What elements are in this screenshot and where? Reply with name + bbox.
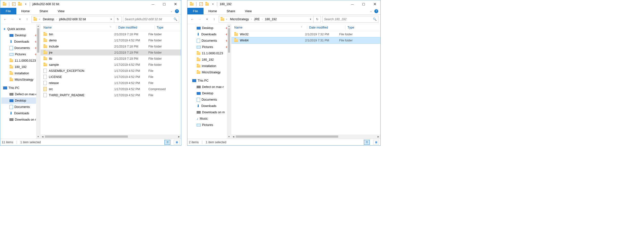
- column-headers[interactable]: Name⌃ Date modified Type: [231, 24, 380, 31]
- nav-pictures[interactable]: Pictures📌: [188, 44, 230, 50]
- minimize-button[interactable]: —: [148, 0, 158, 7]
- col-type[interactable]: Type: [348, 26, 372, 29]
- address-bar[interactable]: « Desktop › jdk8u202-b08 32 bit ▾ ↻: [32, 16, 122, 23]
- back-button[interactable]: ←: [189, 16, 195, 22]
- home-tab[interactable]: Home: [204, 8, 222, 14]
- nav-pc-downloads[interactable]: ⬇Downloads: [1, 110, 39, 117]
- scroll-up-icon[interactable]: ▲: [36, 24, 40, 28]
- this-pc-header[interactable]: This PC: [1, 85, 39, 91]
- qat-properties-icon[interactable]: ✓: [11, 1, 16, 7]
- nav-pc-desktop[interactable]: Desktop: [1, 98, 39, 104]
- qat-customize-dropdown[interactable]: ▾: [23, 1, 28, 7]
- scroll-thumb[interactable]: [45, 135, 128, 138]
- nav-folder[interactable]: 11.1.0000.0123: [188, 50, 230, 57]
- col-type[interactable]: Type: [157, 26, 181, 29]
- col-date[interactable]: Date modified: [118, 26, 152, 29]
- maximize-button[interactable]: ▢: [358, 0, 369, 7]
- close-button[interactable]: ✕: [170, 0, 181, 7]
- file-list-pane[interactable]: Name⌃ Date modified Type Win322/1/2019 7…: [231, 24, 380, 139]
- forward-button[interactable]: →: [197, 16, 202, 22]
- column-headers[interactable]: Name⌃ Date modified Type: [40, 24, 181, 31]
- crumb-current[interactable]: 180_192: [263, 17, 278, 21]
- file-row[interactable]: release1/17/2019 4:52 PMFile: [40, 80, 181, 86]
- nav-pc-downloads[interactable]: ⬇Downloads: [188, 103, 230, 109]
- minimize-button[interactable]: —: [347, 0, 358, 7]
- file-row[interactable]: ASSEMBLY_EXCEPTION1/17/2019 4:52 PMFile: [40, 68, 181, 74]
- qat-customize-dropdown[interactable]: ▾: [210, 1, 216, 7]
- this-pc-header[interactable]: This PC: [188, 78, 230, 84]
- nav-documents[interactable]: Documents📌: [188, 37, 230, 44]
- crumb[interactable]: JRE: [252, 17, 261, 21]
- recent-locations-dropdown[interactable]: ▾: [17, 16, 23, 22]
- scroll-thumb[interactable]: [236, 135, 338, 138]
- search-icon[interactable]: 🔍: [172, 17, 179, 21]
- scroll-down-icon[interactable]: ▼: [227, 134, 231, 139]
- crumb-desktop[interactable]: Desktop: [42, 17, 56, 21]
- navpane-scrollbar[interactable]: ▲ ▼: [227, 24, 231, 139]
- nav-downloads[interactable]: ⬇Downloads📌: [188, 31, 230, 37]
- nav-folder[interactable]: 11.1.0000.0123: [1, 57, 39, 64]
- chevron-right-icon[interactable]: ›: [261, 18, 263, 20]
- address-bar[interactable]: « MicroStrategy › JRE › 180_192 ▾ ↻: [219, 16, 321, 23]
- file-list[interactable]: bin2/1/2019 7:18 PMFile folderdemo1/17/2…: [40, 31, 181, 139]
- file-tab[interactable]: File: [188, 8, 204, 14]
- up-button[interactable]: ↑: [24, 16, 30, 22]
- chevron-right-icon[interactable]: ›: [56, 18, 57, 20]
- qat-newfolder-icon[interactable]: [17, 1, 22, 7]
- nav-folder[interactable]: MicroStrategy: [188, 69, 230, 76]
- breadcrumb-overflow-icon[interactable]: «: [225, 18, 228, 20]
- ribbon-expand-icon[interactable]: ⌄: [368, 8, 374, 14]
- qat-folder-icon[interactable]: [2, 1, 7, 7]
- qat-properties-icon[interactable]: ✓: [198, 1, 204, 7]
- nav-pc-desktop[interactable]: Desktop: [188, 90, 230, 97]
- breadcrumb-overflow-icon[interactable]: «: [38, 18, 41, 20]
- file-row[interactable]: src1/17/2019 4:52 PMCompressed: [40, 86, 181, 92]
- up-button[interactable]: ↑: [211, 16, 217, 22]
- nav-drive[interactable]: Downloads on m: [1, 117, 39, 123]
- scroll-up-icon[interactable]: ▲: [227, 24, 231, 28]
- share-tab[interactable]: Share: [35, 8, 53, 14]
- nav-documents[interactable]: Documents📌: [1, 45, 39, 51]
- large-icons-view-button[interactable]: ▦: [373, 140, 379, 145]
- details-view-button[interactable]: ☰: [364, 140, 370, 145]
- refresh-icon[interactable]: ↻: [313, 16, 321, 22]
- nav-drive[interactable]: Defect on mac-r: [188, 84, 230, 90]
- search-box[interactable]: 🔍: [322, 16, 378, 23]
- share-tab[interactable]: Share: [222, 8, 240, 14]
- crumb-current[interactable]: jdk8u202-b08 32 bit: [58, 17, 87, 21]
- scroll-right-icon[interactable]: ▶: [177, 134, 181, 139]
- help-icon[interactable]: ?: [374, 8, 379, 14]
- nav-pc-documents[interactable]: Documents: [1, 104, 39, 110]
- nav-folder[interactable]: 180_192: [188, 57, 230, 63]
- quick-access-header[interactable]: ★ Quick access: [1, 26, 39, 32]
- navigation-pane[interactable]: ★ Quick access Desktop📌 ⬇Downloads📌 Docu…: [0, 24, 40, 139]
- nav-pictures[interactable]: Pictures📌: [1, 51, 39, 57]
- search-input[interactable]: [324, 17, 372, 21]
- navigation-pane[interactable]: Desktop📌 ⬇Downloads📌 Documents📌 Pictures…: [188, 24, 231, 139]
- file-row[interactable]: THIRD_PARTY_README1/17/2019 4:52 PMFile: [40, 92, 181, 98]
- nav-folder[interactable]: 180_192: [1, 64, 39, 70]
- details-view-button[interactable]: ☰: [164, 140, 170, 145]
- file-row[interactable]: sample1/17/2019 4:52 PMFile folder: [40, 62, 181, 68]
- nav-folder[interactable]: installation: [1, 70, 39, 77]
- view-tab[interactable]: View: [240, 8, 256, 14]
- scroll-thumb[interactable]: [228, 28, 230, 53]
- file-row[interactable]: LICENSE1/17/2019 4:52 PMFile: [40, 74, 181, 80]
- file-row[interactable]: jre2/1/2019 7:19 PMFile folder: [40, 49, 181, 56]
- address-history-dropdown[interactable]: ▾: [308, 18, 313, 20]
- crumb[interactable]: MicroStrategy: [229, 17, 250, 21]
- file-row[interactable]: bin2/1/2019 7:18 PMFile folder: [40, 31, 181, 37]
- search-box[interactable]: 🔍: [123, 16, 179, 23]
- qat-newfolder-icon[interactable]: [204, 1, 210, 7]
- chevron-right-icon[interactable]: ›: [250, 18, 252, 20]
- col-name[interactable]: Name⌃: [44, 26, 114, 29]
- scroll-right-icon[interactable]: ▶: [376, 134, 380, 139]
- file-row[interactable]: Win642/1/2019 7:31 PMFile folder: [231, 37, 380, 43]
- back-button[interactable]: ←: [2, 16, 8, 22]
- close-button[interactable]: ✕: [369, 0, 380, 7]
- home-tab[interactable]: Home: [16, 8, 35, 14]
- scroll-down-icon[interactable]: ▼: [36, 134, 40, 139]
- refresh-icon[interactable]: ↻: [114, 16, 121, 22]
- scroll-left-icon[interactable]: ◀: [40, 134, 45, 139]
- nav-drive[interactable]: Downloads on m: [188, 109, 230, 116]
